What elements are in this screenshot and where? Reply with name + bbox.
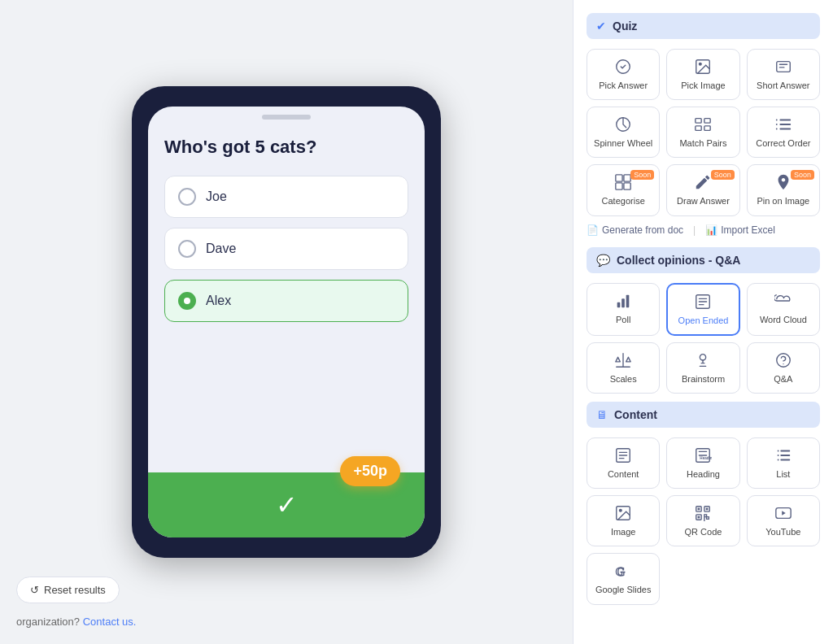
card-heading[interactable]: Heading Heading	[666, 437, 739, 489]
card-pin-on-image[interactable]: Soon Pin on Image	[747, 164, 820, 215]
youtube-label: YouTube	[765, 527, 800, 537]
answer-option-joe[interactable]: Joe	[164, 176, 408, 218]
svg-point-18	[777, 354, 791, 368]
content-card-icon	[614, 446, 632, 464]
list-label: List	[776, 469, 790, 480]
card-content[interactable]: Content	[587, 437, 660, 489]
open-ended-label: Open Ended	[678, 315, 729, 326]
radio-inner	[184, 298, 190, 304]
card-brainstorm[interactable]: Brainstorm	[666, 342, 739, 394]
card-poll[interactable]: Poll	[587, 283, 660, 336]
checkmark-icon: ✓	[276, 490, 298, 520]
svg-rect-27	[698, 508, 700, 511]
svg-rect-7	[696, 126, 701, 131]
answer-option-alex[interactable]: Alex	[164, 280, 408, 322]
card-short-answer[interactable]: Short Answer	[747, 49, 820, 100]
card-pick-image[interactable]: Pick Image	[666, 49, 739, 100]
qr-code-label: QR Code	[685, 527, 722, 537]
word-cloud-label: Word Cloud	[760, 315, 807, 325]
svg-rect-29	[698, 516, 700, 519]
card-correct-order[interactable]: Correct Order	[747, 107, 820, 158]
match-pairs-label: Match Pairs	[679, 138, 726, 149]
qna-icon	[774, 351, 792, 369]
content-section-header: 🖥 Content	[587, 402, 820, 428]
heading-label: Heading	[687, 469, 720, 480]
reset-button[interactable]: ↺ Reset results	[16, 577, 120, 603]
util-divider: |	[693, 224, 696, 236]
answer-label-joe: Joe	[206, 189, 227, 204]
svg-text:G: G	[616, 565, 625, 578]
card-categorise[interactable]: Soon Categorise	[587, 164, 660, 215]
brainstorm-icon	[694, 351, 712, 369]
pick-image-label: Pick Image	[681, 80, 725, 91]
quiz-section-header: ✔ Quiz	[587, 13, 820, 39]
qr-code-icon	[694, 504, 712, 522]
phone-container: Who's got 5 cats? Joe Dave Alex ✓	[132, 86, 441, 558]
card-qr-code[interactable]: QR Code	[666, 495, 739, 546]
card-qna[interactable]: Q&A	[747, 342, 820, 394]
poll-label: Poll	[616, 315, 630, 325]
pin-on-image-icon	[774, 173, 792, 191]
open-ended-icon	[694, 293, 712, 311]
brainstorm-label: Brainstorm	[682, 374, 725, 385]
card-spinner-wheel[interactable]: Spinner Wheel	[587, 107, 660, 158]
poll-icon	[614, 292, 632, 310]
soon-badge-categorise: Soon	[630, 170, 654, 180]
import-excel-btn[interactable]: 📊 Import Excel	[705, 224, 775, 236]
card-list[interactable]: List	[747, 437, 820, 489]
correct-order-icon	[774, 115, 792, 133]
svg-point-23	[620, 510, 622, 512]
scales-label: Scales	[610, 374, 637, 385]
answer-label-alex: Alex	[206, 294, 231, 308]
question-text: Who's got 5 cats?	[164, 136, 408, 159]
excel-icon: 📊	[705, 224, 717, 236]
draw-answer-label: Draw Answer	[677, 196, 730, 207]
soon-badge-pin: Soon	[791, 170, 814, 180]
card-image[interactable]: Image	[587, 495, 660, 546]
short-answer-icon	[774, 58, 792, 76]
match-pairs-icon	[694, 115, 712, 133]
opinions-grid: Poll Open Ended Word Cloud Scales Brains…	[587, 283, 820, 394]
card-word-cloud[interactable]: Word Cloud	[747, 283, 820, 336]
youtube-icon	[774, 504, 792, 522]
pick-answer-icon	[614, 58, 632, 76]
card-google-slides[interactable]: G Google Slides	[587, 553, 660, 604]
card-match-pairs[interactable]: Match Pairs	[666, 107, 739, 158]
phone-inner: Who's got 5 cats? Joe Dave Alex ✓	[148, 107, 425, 537]
svg-rect-10	[624, 175, 630, 181]
contact-link[interactable]: Contact us.	[83, 616, 137, 628]
word-cloud-icon	[774, 292, 792, 310]
utility-bar: 📄 Generate from doc | 📊 Import Excel	[587, 224, 820, 236]
svg-rect-11	[616, 183, 622, 189]
card-scales[interactable]: Scales	[587, 342, 660, 394]
card-open-ended[interactable]: Open Ended	[666, 283, 739, 336]
bottom-text: organization? Contact us.	[16, 616, 136, 628]
card-youtube[interactable]: YouTube	[747, 495, 820, 546]
pin-on-image-label: Pin on Image	[757, 196, 809, 207]
spinner-wheel-icon	[614, 115, 632, 133]
svg-point-17	[700, 354, 706, 359]
card-pick-answer[interactable]: Pick Answer	[587, 49, 660, 100]
google-slides-icon: G	[614, 562, 632, 580]
qna-label: Q&A	[774, 374, 792, 385]
draw-answer-icon	[694, 173, 712, 191]
svg-point-2	[700, 63, 702, 65]
svg-rect-3	[777, 62, 791, 72]
list-card-icon	[774, 446, 792, 464]
google-slides-label: Google Slides	[595, 585, 652, 595]
categorise-icon	[614, 173, 632, 191]
categorise-label: Categorise	[602, 196, 645, 207]
svg-rect-8	[704, 126, 710, 131]
scales-icon	[614, 351, 632, 369]
generate-from-doc-btn[interactable]: 📄 Generate from doc	[587, 224, 683, 236]
radio-joe	[178, 188, 196, 206]
svg-text:Heading: Heading	[700, 456, 713, 460]
opinions-icon: 💬	[596, 254, 610, 267]
correct-order-label: Correct Order	[756, 138, 810, 149]
answer-option-dave[interactable]: Dave	[164, 228, 408, 270]
svg-rect-14	[621, 298, 625, 307]
svg-rect-15	[626, 294, 630, 307]
card-draw-answer[interactable]: Soon Draw Answer	[666, 164, 739, 215]
points-badge: +50p	[340, 456, 400, 486]
pick-image-icon	[694, 58, 712, 76]
